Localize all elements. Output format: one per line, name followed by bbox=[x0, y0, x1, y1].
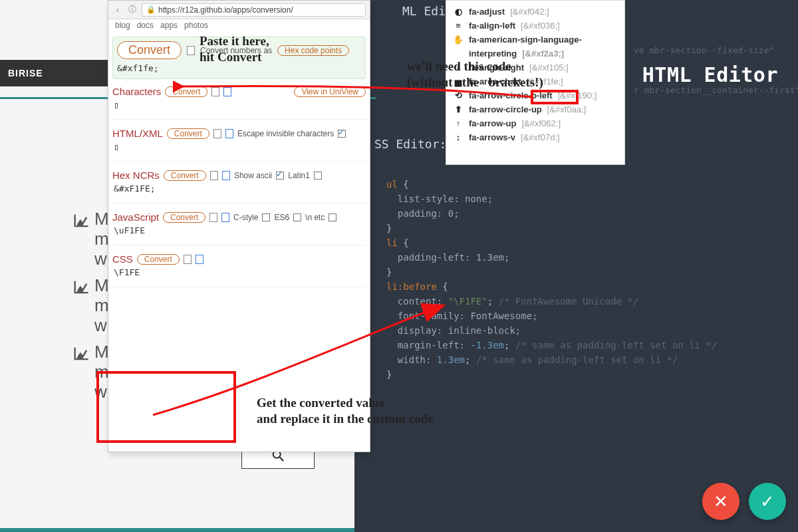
section-title: JavaScript bbox=[112, 211, 159, 223]
icon-code: [&#xf190;] bbox=[558, 90, 597, 100]
info-icon[interactable]: ⓘ bbox=[127, 4, 138, 15]
select-icon[interactable] bbox=[225, 129, 233, 138]
convert-button[interactable]: Convert bbox=[137, 254, 180, 265]
convert-button[interactable]: Convert bbox=[167, 128, 209, 139]
confirm-fab[interactable]: ✓ bbox=[749, 483, 786, 520]
icon-list-row[interactable]: ›fa-angle-right [&#xf105;] bbox=[453, 61, 618, 74]
glyph-icon: ↕ bbox=[453, 132, 464, 142]
css-editor-label: SS Editor: bbox=[374, 137, 446, 151]
svg-line-1 bbox=[280, 458, 284, 462]
icon-list-row[interactable]: ◐fa-adjust [&#xf042;] bbox=[453, 5, 618, 19]
icon-list-popup: ◐fa-adjust [&#xf042;]≡fa-align-left [&#x… bbox=[446, 0, 625, 165]
glyph-icon: ⬆ bbox=[453, 104, 464, 114]
icon-code: [&#xf062;] bbox=[522, 118, 561, 128]
area-chart-icon bbox=[72, 278, 90, 297]
copy-icon[interactable] bbox=[211, 87, 219, 96]
latin1-checkbox[interactable] bbox=[314, 172, 322, 180]
output-htmlxml[interactable]: ▯ bbox=[112, 139, 366, 158]
glyph-icon: ✋ bbox=[453, 35, 464, 45]
convert-button[interactable]: Convert bbox=[117, 41, 182, 59]
icon-list-row[interactable]: ≡fa-align-left [&#xf036;] bbox=[453, 19, 618, 33]
copy-icon[interactable] bbox=[210, 171, 218, 180]
glyph-icon: ↑ bbox=[453, 118, 464, 128]
section-title: CSS bbox=[112, 253, 133, 265]
copy-icon[interactable] bbox=[184, 255, 192, 264]
nav-link[interactable]: photos bbox=[184, 21, 208, 30]
converter-input[interactable] bbox=[117, 62, 361, 74]
convert-button[interactable]: Convert bbox=[165, 86, 207, 97]
browser-addressbar: ‹ ⓘ 🔒 https://r12a.github.io/apps/conver… bbox=[108, 1, 370, 19]
section-javascript: JavaScript Convert C-style ES6 \n etc \u… bbox=[112, 211, 366, 245]
section-title: Hex NCRs bbox=[112, 170, 160, 181]
icon-name: fa-arrows-v bbox=[469, 132, 515, 142]
css-code-block[interactable]: ul { list-style: none; padding: 0; } li … bbox=[386, 177, 717, 382]
nav-link[interactable]: blog bbox=[115, 21, 130, 30]
convert-button[interactable]: Convert bbox=[163, 212, 205, 223]
select-icon[interactable] bbox=[223, 87, 231, 96]
copy-icon[interactable] bbox=[187, 46, 195, 55]
icon-list-row[interactable]: ▅fa-area-chart [&#xf1fe;] bbox=[453, 74, 618, 88]
nav-link[interactable]: docs bbox=[137, 21, 154, 30]
converter-window: ‹ ⓘ 🔒 https://r12a.github.io/apps/conver… bbox=[108, 0, 370, 452]
icon-list-row[interactable]: ✋fa-american-sign-language- bbox=[453, 33, 618, 47]
section-characters: Characters Convert View in UniView ▯ bbox=[112, 86, 366, 120]
chk-label: Latin1 bbox=[288, 171, 310, 180]
copy-icon[interactable] bbox=[213, 129, 221, 138]
select-icon[interactable] bbox=[222, 171, 230, 180]
convert-opts-button[interactable]: Hex code points bbox=[277, 45, 349, 56]
chk-label: Show ascii bbox=[234, 171, 272, 180]
faded-html-code: ve mbr-section--fixed-size" r mbr-sectio… bbox=[634, 44, 798, 97]
icon-list-row[interactable]: interpreting [&#xf2a3;] bbox=[453, 47, 618, 61]
icon-name: fa-area-chart bbox=[469, 76, 521, 86]
output-hexncr[interactable]: &#xF1FE; bbox=[112, 181, 366, 200]
divider-stripe bbox=[0, 528, 354, 532]
es6-checkbox[interactable] bbox=[293, 213, 301, 221]
section-htmlxml: HTML/XML Convert Escape invisible charac… bbox=[112, 128, 366, 162]
nav-links: blog docs apps photos bbox=[108, 19, 370, 34]
area-chart-icon bbox=[72, 344, 90, 363]
icon-name: fa-adjust bbox=[469, 7, 505, 17]
select-icon[interactable] bbox=[196, 255, 203, 264]
output-javascript[interactable]: \uF1FE bbox=[112, 223, 366, 242]
glyph-icon: ◐ bbox=[453, 7, 464, 17]
chk-label: C-style bbox=[233, 213, 258, 222]
icon-name: fa-align-left bbox=[469, 21, 515, 31]
escape-invisible-checkbox[interactable] bbox=[338, 130, 346, 138]
select-icon[interactable] bbox=[221, 213, 229, 222]
glyph-icon: › bbox=[453, 63, 464, 72]
icon-name: interpreting bbox=[469, 49, 517, 59]
section-title: Characters bbox=[112, 86, 161, 97]
cstyle-checkbox[interactable] bbox=[262, 213, 270, 221]
icon-code: [&#xf036;] bbox=[521, 21, 560, 31]
chk-label: ES6 bbox=[274, 213, 289, 222]
nav-link[interactable]: apps bbox=[160, 21, 178, 30]
url-text: https://r12a.github.io/apps/conversion/ bbox=[158, 5, 293, 15]
icon-code: [&#xf07d;] bbox=[521, 132, 560, 142]
url-field[interactable]: 🔒 https://r12a.github.io/apps/conversion… bbox=[142, 3, 366, 17]
icon-name: fa-arrow-circle-o-left bbox=[469, 90, 553, 100]
icon-code: [&#xf105;] bbox=[529, 63, 569, 72]
n-etc-checkbox[interactable] bbox=[329, 213, 336, 221]
cancel-fab[interactable]: ✕ bbox=[702, 483, 739, 520]
convert-button[interactable]: Convert bbox=[164, 170, 206, 181]
view-uniview-button[interactable]: View in UniView bbox=[294, 86, 366, 97]
copy-icon[interactable] bbox=[209, 213, 217, 222]
glyph-icon: ⟲ bbox=[453, 90, 464, 100]
icon-list-row[interactable]: ⬆fa-arrow-circle-up [&#xf0aa;] bbox=[453, 102, 618, 116]
output-css[interactable]: \F1FE bbox=[112, 265, 366, 284]
output-characters[interactable]: ▯ bbox=[112, 97, 366, 116]
icon-code: [&#xf1fe;] bbox=[527, 76, 563, 86]
icon-list-row[interactable]: ⟲fa-arrow-circle-o-left [&#xf190;] bbox=[453, 88, 618, 102]
section-title: HTML/XML bbox=[112, 128, 163, 139]
convert-opts-label: Convert numbers as bbox=[200, 46, 272, 55]
area-chart-icon bbox=[72, 211, 90, 230]
show-ascii-checkbox[interactable] bbox=[276, 172, 284, 180]
icon-list-row[interactable]: ↑fa-arrow-up [&#xf062;] bbox=[453, 116, 618, 130]
icon-name: fa-arrow-up bbox=[469, 118, 517, 128]
chk-label: \n etc bbox=[305, 213, 325, 222]
icon-list-row[interactable]: ↕fa-arrows-v [&#xf07d;] bbox=[453, 130, 618, 144]
glyph-icon: ≡ bbox=[453, 21, 464, 31]
section-css: CSS Convert \F1FE bbox=[112, 253, 366, 287]
icon-code: [&#xf0aa;] bbox=[547, 104, 587, 114]
back-icon[interactable]: ‹ bbox=[112, 5, 123, 15]
